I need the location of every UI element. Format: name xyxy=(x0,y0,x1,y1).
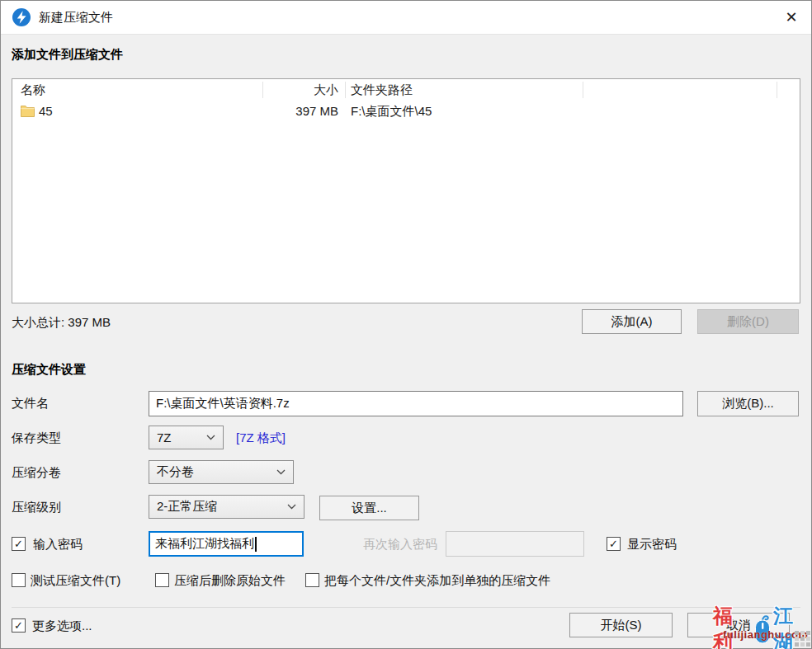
level-value: 2-正常压缩 xyxy=(157,499,217,515)
delete-original-checkbox[interactable] xyxy=(155,573,169,587)
column-divider[interactable] xyxy=(262,82,263,98)
chevron-down-icon xyxy=(206,435,215,440)
save-type-value: 7Z xyxy=(157,430,172,444)
delete-original-label[interactable]: 压缩后删除原始文件 xyxy=(174,573,286,588)
volume-value: 不分卷 xyxy=(157,464,194,480)
level-label: 压缩级别 xyxy=(12,500,61,515)
app-lightning-icon xyxy=(12,8,31,26)
window-title: 新建压缩文件 xyxy=(39,10,113,26)
start-button[interactable]: 开始(S) xyxy=(569,613,673,637)
filename-label: 文件名 xyxy=(12,396,49,411)
column-header-path[interactable]: 文件夹路径 xyxy=(351,79,413,101)
save-type-label: 保存类型 xyxy=(12,430,61,445)
row-path: F:\桌面文件\45 xyxy=(351,101,432,122)
add-section-header: 添加文件到压缩文件 xyxy=(12,47,123,63)
total-size-label: 大小总计: 397 MB xyxy=(12,315,111,330)
settings-section-header: 压缩文件设置 xyxy=(12,362,86,378)
separate-archives-label[interactable]: 把每个文件/文件夹添加到单独的压缩文件 xyxy=(324,573,550,588)
format-link[interactable]: [7Z 格式] xyxy=(236,430,286,446)
save-type-select[interactable]: 7Z xyxy=(149,426,224,449)
check-icon: ✓ xyxy=(609,538,618,549)
row-size: 397 MB xyxy=(262,101,345,122)
close-icon[interactable]: ✕ xyxy=(778,5,805,30)
delete-button: 删除(D) xyxy=(697,309,799,334)
test-archive-checkbox[interactable] xyxy=(12,573,26,587)
password-input[interactable]: 来福利江湖找福利 xyxy=(149,531,304,557)
password-checkbox[interactable]: ✓ xyxy=(12,537,26,551)
filename-input[interactable] xyxy=(149,391,683,416)
chevron-down-icon xyxy=(287,504,296,510)
file-list[interactable]: 名称 大小 文件夹路径 45 397 MB F:\桌面文件\45 xyxy=(12,78,800,303)
text-caret xyxy=(255,537,257,552)
add-button[interactable]: 添加(A) xyxy=(582,309,682,334)
password-value: 来福利江湖找福利 xyxy=(155,536,254,552)
column-divider[interactable] xyxy=(777,82,777,98)
password-checkbox-label[interactable]: 输入密码 xyxy=(33,537,83,552)
level-settings-button[interactable]: 设置... xyxy=(319,496,419,520)
more-options-checkbox[interactable]: ✓ xyxy=(12,618,26,633)
watermark-grid-dots xyxy=(795,631,799,635)
browse-button[interactable]: 浏览(B)... xyxy=(697,391,799,416)
column-divider[interactable] xyxy=(583,82,583,98)
show-password-label[interactable]: 显示密码 xyxy=(627,537,677,552)
cancel-button[interactable]: 取消 xyxy=(687,613,790,637)
new-archive-dialog: 新建压缩文件 ✕ 添加文件到压缩文件 名称 大小 文件夹路径 45 397 MB… xyxy=(0,0,812,649)
volume-label: 压缩分卷 xyxy=(12,465,61,480)
chevron-down-icon xyxy=(276,469,286,475)
separate-archives-checkbox[interactable] xyxy=(305,573,319,587)
check-icon: ✓ xyxy=(14,620,23,631)
column-header-name[interactable]: 名称 xyxy=(21,79,45,101)
title-bar: 新建压缩文件 ✕ xyxy=(1,1,811,35)
more-options-label[interactable]: 更多选项... xyxy=(32,618,92,633)
show-password-checkbox[interactable]: ✓ xyxy=(607,537,621,551)
reenter-password-input xyxy=(446,531,584,557)
footer-divider xyxy=(12,607,800,608)
volume-select[interactable]: 不分卷 xyxy=(149,460,294,484)
row-name: 45 xyxy=(39,101,53,122)
reenter-password-label: 再次输入密码 xyxy=(363,537,437,552)
column-divider[interactable] xyxy=(345,82,346,98)
level-select[interactable]: 2-正常压缩 xyxy=(149,495,304,519)
test-archive-label[interactable]: 测试压缩文件(T) xyxy=(31,573,120,588)
folder-icon xyxy=(21,105,35,117)
check-icon: ✓ xyxy=(14,538,23,549)
column-header-size[interactable]: 大小 xyxy=(262,79,345,101)
